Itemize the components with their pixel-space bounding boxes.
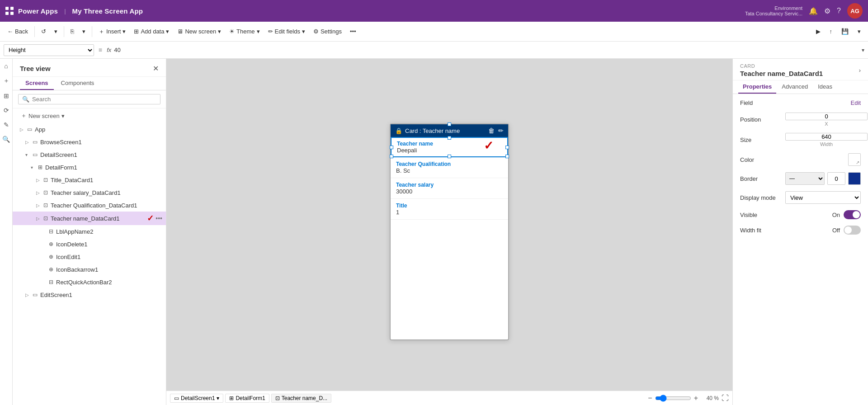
publish-button[interactable]: ↑ bbox=[826, 24, 836, 39]
prop-display-mode: Display mode View Edit Disabled bbox=[740, 191, 861, 204]
tree-item-title-datacard1[interactable]: ▷ ⊡ Title_DataCard1 bbox=[13, 174, 166, 186]
display-mode-label: Display mode bbox=[740, 194, 785, 201]
tree-item-editscreen1[interactable]: ▷ ▭ EditScreen1 bbox=[13, 288, 166, 301]
tab-components[interactable]: Components bbox=[56, 77, 100, 90]
tree-item-iconbackarrow1[interactable]: ⊕ IconBackarrow1 bbox=[13, 263, 166, 276]
more-button[interactable]: ••• bbox=[346, 24, 360, 39]
formula-bar: Height = fx ▾ bbox=[0, 42, 868, 59]
undo-button[interactable]: ↺ bbox=[38, 24, 50, 39]
tab-advanced[interactable]: Advanced bbox=[777, 80, 812, 94]
settings-button[interactable]: ⚙ Settings bbox=[310, 24, 345, 39]
card-header-left: 🔒 Card : Teacher name bbox=[395, 127, 460, 134]
tree-item-rectquickactionbar2[interactable]: ⊟ RectQuickActionBar2 bbox=[13, 276, 166, 288]
insert-button[interactable]: ＋ Insert ▾ bbox=[95, 24, 130, 39]
position-x-input[interactable] bbox=[785, 113, 868, 120]
dropdown-button[interactable]: ▾ bbox=[854, 24, 864, 39]
zoom-in-button[interactable]: + bbox=[694, 394, 698, 402]
breadcrumb-detailscreen1[interactable]: ▭ DetailScreen1 ▾ bbox=[170, 394, 223, 403]
card-title: Teacher name_DataCard1 bbox=[740, 70, 823, 77]
search-sidebar-icon[interactable]: 🔍 bbox=[2, 136, 10, 143]
breadcrumb-teacher-name[interactable]: ⊡ Teacher name_D... bbox=[271, 394, 331, 403]
notification-icon[interactable]: 🔔 bbox=[809, 7, 818, 15]
main-layout: ⌂ ＋ ⊞ ⟳ ✎ 🔍 Tree view ✕ Screens Componen… bbox=[0, 59, 868, 405]
handle-top-center[interactable] bbox=[448, 122, 451, 126]
home-icon[interactable]: ⌂ bbox=[4, 62, 8, 70]
visible-label: Visible bbox=[740, 212, 785, 218]
delete-card-button[interactable]: 🗑 bbox=[488, 127, 495, 134]
copy-button[interactable]: ⎘ bbox=[67, 24, 78, 39]
tree-item-iconedit1[interactable]: ⊕ IconEdit1 bbox=[13, 250, 166, 263]
edit-icon: ✏ bbox=[268, 28, 273, 35]
visible-toggle[interactable] bbox=[844, 210, 861, 219]
tree-close-button[interactable]: ✕ bbox=[153, 64, 159, 73]
card-section-label: CARD bbox=[740, 63, 823, 69]
item-icon: ⊡ bbox=[43, 177, 48, 183]
tree-item-app[interactable]: ▷ ▭ App bbox=[13, 123, 166, 136]
tree-item-icondelete1[interactable]: ⊕ IconDelete1 bbox=[13, 238, 166, 250]
tab-properties[interactable]: Properties bbox=[738, 80, 776, 94]
card-header[interactable]: 🔒 Card : Teacher name 🗑 ✏ bbox=[391, 124, 508, 137]
tree-item-teacher-qual-datacard1[interactable]: ▷ ⊡ Teacher Qualification_DataCard1 bbox=[13, 199, 166, 212]
tree-item-teacher-name-datacard1[interactable]: ▷ ⊡ Teacher name_DataCard1 ✓ ••• bbox=[13, 212, 166, 225]
breadcrumb-detailform1[interactable]: ⊞ DetailForm1 bbox=[225, 394, 269, 403]
settings-icon[interactable]: ⚙ bbox=[824, 7, 830, 15]
undo-dropdown[interactable]: ▾ bbox=[51, 24, 61, 39]
search-input[interactable] bbox=[32, 96, 156, 103]
insert-icon[interactable]: ＋ bbox=[3, 77, 9, 85]
size-width-input[interactable] bbox=[785, 133, 868, 141]
display-mode-select[interactable]: View Edit Disabled bbox=[785, 191, 861, 204]
width-fit-toggle[interactable] bbox=[844, 226, 861, 235]
expand-icon: ▾ bbox=[25, 152, 31, 157]
handle-bottom-center[interactable] bbox=[448, 155, 451, 158]
zoom-value: 40 % bbox=[701, 395, 719, 401]
width-fit-toggle-wrap: Off bbox=[785, 226, 861, 235]
property-selector[interactable]: Height bbox=[4, 44, 94, 56]
back-button[interactable]: ← Back bbox=[4, 24, 32, 39]
new-screen-btn[interactable]: ＋ New screen ▾ bbox=[18, 110, 67, 121]
top-bar-right: Environment Tata Consultancy Servic... 🔔… bbox=[745, 3, 863, 19]
tree-item-lblappname2[interactable]: ⊟ LblAppName2 bbox=[13, 225, 166, 238]
handle-right[interactable] bbox=[505, 146, 509, 149]
preview-button[interactable]: ▶ bbox=[812, 24, 824, 39]
more-options-icon[interactable]: ••• bbox=[156, 215, 162, 222]
size-label: Size bbox=[740, 137, 785, 143]
paste-dropdown[interactable]: ▾ bbox=[79, 24, 89, 39]
tree-item-detailscreen1[interactable]: ▾ ▭ DetailScreen1 bbox=[13, 148, 166, 161]
theme-button[interactable]: ☀ Theme ▾ bbox=[226, 24, 263, 39]
edit-card-button[interactable]: ✏ bbox=[498, 127, 504, 134]
save-button[interactable]: 💾 bbox=[838, 24, 852, 39]
fullscreen-button[interactable]: ⛶ bbox=[722, 394, 729, 402]
new-screen-button[interactable]: 🖥 New screen ▾ bbox=[174, 24, 225, 39]
field-edit-link[interactable]: Edit bbox=[851, 99, 861, 106]
handle-top[interactable] bbox=[448, 136, 451, 140]
tab-screens[interactable]: Screens bbox=[20, 77, 54, 90]
handle-bottom-left[interactable] bbox=[390, 155, 393, 158]
edit-fields-button[interactable]: ✏ Edit fields ▾ bbox=[264, 24, 309, 39]
expand-icon: ▷ bbox=[36, 216, 42, 221]
add-data-button[interactable]: ⊞ Add data ▾ bbox=[130, 24, 173, 39]
border-width-input[interactable] bbox=[827, 172, 845, 185]
flow-icon[interactable]: ⟳ bbox=[4, 107, 9, 114]
tree-item-browsescreen1[interactable]: ▷ ▭ BrowseScreen1 bbox=[13, 136, 166, 148]
tree-item-teacher-salary-datacard1[interactable]: ▷ ⊡ Teacher salary_DataCard1 bbox=[13, 186, 166, 199]
handle-left[interactable] bbox=[390, 146, 393, 149]
visible-on-label: On bbox=[832, 212, 840, 218]
brush-icon[interactable]: ✎ bbox=[4, 121, 9, 128]
user-avatar[interactable]: AG bbox=[847, 3, 863, 19]
data-icon[interactable]: ⊞ bbox=[4, 92, 9, 99]
tab-ideas[interactable]: Ideas bbox=[813, 80, 837, 94]
position-label: Position bbox=[740, 116, 785, 123]
right-panel: CARD Teacher name_DataCard1 › Properties… bbox=[732, 59, 868, 405]
border-style-select[interactable]: — bbox=[785, 172, 825, 185]
help-icon[interactable]: ? bbox=[837, 7, 841, 15]
color-swatch[interactable] bbox=[848, 153, 861, 166]
border-color-swatch[interactable] bbox=[848, 172, 861, 185]
tree-item-detailform1[interactable]: ▾ ⊞ DetailForm1 bbox=[13, 161, 166, 174]
app-grid-icon[interactable] bbox=[5, 7, 14, 15]
handle-bottom-right[interactable] bbox=[505, 155, 509, 158]
zoom-slider[interactable] bbox=[655, 395, 691, 402]
formula-chevron-icon[interactable]: ▾ bbox=[862, 47, 864, 53]
formula-input[interactable] bbox=[114, 47, 859, 53]
panel-chevron-icon[interactable]: › bbox=[859, 67, 861, 74]
zoom-out-button[interactable]: − bbox=[648, 394, 652, 402]
